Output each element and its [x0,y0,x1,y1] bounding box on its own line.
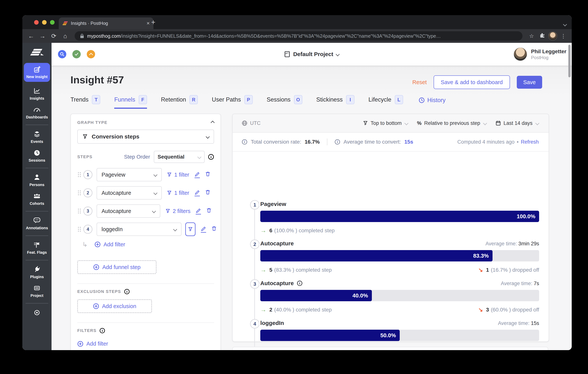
project-switcher[interactable]: Default Project [52,43,572,65]
funnel-bar[interactable]: 100.0% [260,211,539,222]
info-icon[interactable] [124,289,130,294]
sidebar-item-insights[interactable]: Insights [30,87,44,101]
reload-button[interactable]: ⟳ [49,32,59,40]
step-event-select[interactable]: Autocapture [97,186,162,200]
add-funnel-step-button[interactable]: Add funnel step [77,260,157,274]
funnel-bar[interactable]: 50.0% [260,330,539,341]
timezone-indicator[interactable]: UTC [242,120,261,126]
sidebar-item-persons[interactable]: Persons [30,173,44,187]
tab-search-chevron-icon[interactable] [564,21,567,27]
tab-stickiness[interactable]: StickinessI [316,95,355,109]
delete-step-button[interactable] [205,189,210,196]
extensions-puzzle-icon[interactable] [538,32,547,40]
completed-count[interactable]: 5 [269,267,273,273]
collapse-panel-icon[interactable] [211,120,215,125]
add-exclusion-button[interactable]: Add exclusion [77,299,152,313]
info-icon[interactable] [335,139,340,145]
bullet-separator: • [517,139,518,145]
tab-funnels[interactable]: FunnelsF [114,95,147,109]
delete-step-button[interactable] [205,171,210,178]
sidebar-item-feature-flags[interactable]: Feat. Flags [27,241,47,255]
step-reference-select[interactable]: % Relative to previous step [417,120,486,126]
sidebar-item-settings-partial[interactable] [33,309,41,316]
funnel-bar[interactable]: 83.3% [260,250,539,261]
step-event-select[interactable]: loggedIn [97,223,181,236]
add-step-filter-button[interactable]: Add filter [94,241,125,248]
trash-icon [205,171,210,177]
bookmark-star-icon[interactable]: ☆ [527,33,536,39]
sidebar-item-annotations[interactable]: Annotations [26,217,48,230]
browser-profile-avatar[interactable] [548,32,557,41]
add-global-filter-button[interactable]: Add filter [77,341,108,347]
step-number-badge: 4 [83,225,93,234]
refresh-link[interactable]: Refresh [521,139,539,145]
edit-step-button[interactable] [195,171,200,178]
step-order-select[interactable]: Sequential [154,151,205,163]
edit-step-button[interactable] [196,208,201,214]
save-button[interactable]: Save [517,76,542,89]
sidebar-item-cohorts[interactable]: Cohorts [30,192,44,206]
sidebar-item-events[interactable]: Events [31,130,43,144]
tab-lifecycle[interactable]: LifecycleL [368,95,403,109]
minimize-window-button[interactable] [42,20,47,25]
step-filter-toggle-button[interactable] [185,223,196,236]
home-button[interactable]: ⌂ [60,32,70,40]
graph-type-select[interactable]: Conversion steps [77,129,214,144]
step-filter-link[interactable]: 2 filters [165,208,190,214]
sidebar-item-plugins[interactable]: Plugins [30,266,44,279]
url-path: /insights?insight=FUNNELS&date_from=-14d… [120,33,517,39]
forward-button[interactable]: → [38,32,47,40]
drag-handle-icon[interactable] [77,208,81,214]
delete-step-button[interactable] [211,226,217,233]
tab-close-icon[interactable]: × [147,21,150,26]
window-scrollbar[interactable] [568,45,571,77]
tab-retention[interactable]: RetentionR [161,95,198,109]
delete-step-button[interactable] [206,207,212,215]
step-event-select[interactable]: Autocapture [97,204,160,218]
total-conversion-label: Total conversion rate: [251,139,301,145]
drag-handle-icon[interactable] [77,190,81,196]
window-controls[interactable] [34,20,54,25]
dropped-off-stat[interactable]: ↘ 1 (16.7% ) dropped off [478,267,539,273]
browser-tab[interactable]: Insights · PostHog × [59,17,153,29]
history-button[interactable]: History [419,97,446,107]
funnel-bar[interactable]: 40.0% [260,290,539,301]
completed-count[interactable]: 2 [269,307,273,313]
back-button[interactable]: ← [26,32,36,40]
tab-user-paths[interactable]: User PathsP [212,95,252,109]
completed-count[interactable]: 6 [269,227,273,234]
sidebar-item-new-insight[interactable]: New Insight [24,63,50,82]
step-event-select[interactable]: Pageview [97,168,162,181]
completed-text[interactable]: (40.0% ) completed step [274,307,332,313]
edit-step-button[interactable] [195,190,200,196]
new-tab-button[interactable]: + [151,18,155,26]
sidebar-item-project[interactable]: Project [31,284,43,298]
drag-handle-icon[interactable] [77,226,81,232]
info-icon[interactable] [208,154,214,160]
zoom-window-button[interactable] [50,20,54,25]
save-add-to-dashboard-button[interactable]: Save & add to dashboard [434,75,510,89]
tab-sessions[interactable]: SessionsO [267,95,302,109]
tab-trends[interactable]: TrendsT [71,95,100,109]
address-bar[interactable]: myposthog.com/insights?insight=FUNNELS&d… [75,31,523,41]
funnel-direction-select[interactable]: Top to bottom [363,120,408,126]
reset-button[interactable]: Reset [412,79,427,85]
info-icon[interactable] [99,328,105,333]
dropped-off-stat[interactable]: ↘ 3 (60.0% ) dropped off [478,306,539,313]
date-range-select[interactable]: Last 14 days [495,120,539,126]
sidebar-divider [26,260,48,260]
info-icon[interactable] [297,280,303,286]
step-filter-link[interactable]: 1 filter [167,172,189,178]
close-window-button[interactable] [34,20,39,25]
info-icon[interactable] [242,139,247,145]
user-menu[interactable]: Phil Leggetter PostHog [514,47,567,61]
edit-step-button[interactable] [201,226,206,233]
step-filter-link[interactable]: 1 filter [167,190,189,196]
completed-text[interactable]: (100.0% ) completed step [274,227,335,234]
sidebar-item-sessions[interactable]: Sessions [29,149,45,162]
sidebar-item-dashboards[interactable]: Dashboards [26,106,48,119]
drag-handle-icon[interactable] [77,172,81,178]
gear-icon [33,309,41,316]
browser-menu-icon[interactable]: ⋮ [559,33,568,39]
completed-text[interactable]: (83.3% ) completed step [274,267,332,273]
